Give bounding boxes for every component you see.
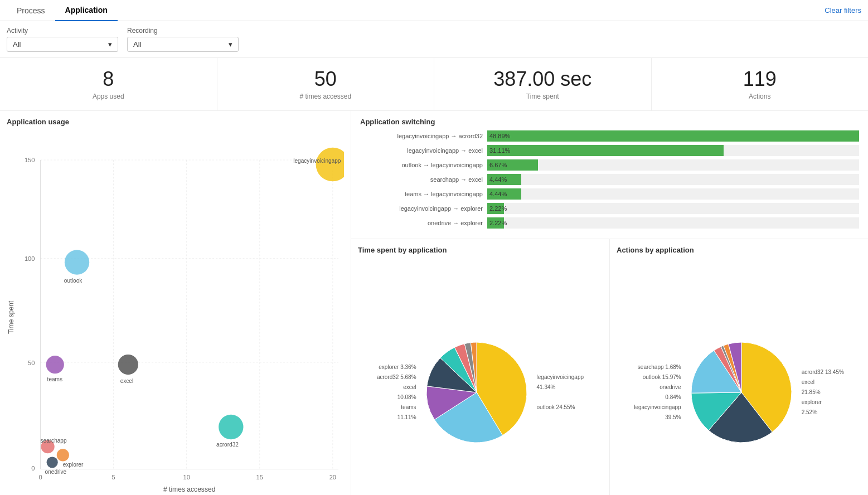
tsp-label-1: explorer 3.36% — [377, 362, 416, 372]
stat-card: 8Apps used — [0, 58, 217, 110]
bar-fill: 2.22% — [487, 217, 504, 229]
bar-fill: 2.22% — [487, 203, 504, 214]
ap-label-3: onedrive — [634, 382, 681, 392]
svg-text:5: 5 — [111, 473, 115, 480]
recording-select[interactable]: All ▾ — [127, 37, 239, 52]
stat-value: 50 — [314, 68, 337, 90]
stats-row: 8Apps used50# times accessed387.00 secTi… — [0, 58, 868, 111]
time-spent-title: Time spent by application — [358, 246, 603, 254]
stat-label: Actions — [749, 93, 770, 100]
bar-track: 48.89% — [487, 130, 859, 142]
svg-text:outlook: outlook — [64, 277, 83, 283]
svg-text:# times accessed: # times accessed — [163, 486, 215, 493]
bar-row: legacyinvoicingapp → excel 31.11% — [360, 145, 859, 156]
bar-value: 48.89% — [489, 133, 510, 139]
activity-select[interactable]: All ▾ — [7, 37, 118, 52]
bar-track: 4.44% — [487, 188, 859, 200]
ap-label-r1: acrord32 13.45% — [802, 367, 844, 377]
activity-filter-group: Activity All ▾ — [7, 27, 118, 52]
svg-text:legacyinvoicingapp: legacyinvoicingapp — [293, 158, 341, 164]
stat-card: 387.00 secTime spent — [434, 58, 651, 110]
bar-row: legacyinvoicingapp → explorer 2.22% — [360, 203, 859, 214]
time-spent-pie-svg — [421, 337, 532, 448]
bar-value: 31.11% — [489, 147, 510, 154]
recording-filter-group: Recording All ▾ — [127, 27, 239, 52]
bar-track: 6.67% — [487, 159, 859, 171]
ap-label-2: outlook 15.97% — [634, 372, 681, 382]
ap-label-1: searchapp 1.68% — [634, 362, 681, 372]
bubble-legacyinvoicingapp[interactable] — [316, 147, 344, 181]
tsp-label-3: excel — [377, 382, 416, 392]
tsp-label-4: 10.08% — [377, 392, 416, 402]
bar-track: 31.11% — [487, 145, 859, 156]
bar-row: onedrive → explorer 2.22% — [360, 217, 859, 229]
stat-card: 119Actions — [651, 58, 869, 110]
ap-label-5: legacyinvoicingapp — [634, 402, 681, 412]
svg-text:teams: teams — [47, 376, 62, 382]
chevron-down-icon: ▾ — [108, 40, 112, 48]
tab-application[interactable]: Application — [55, 0, 118, 21]
stat-label: Apps used — [93, 93, 124, 100]
stat-card: 50# times accessed — [217, 58, 434, 110]
actions-pie-svg — [686, 337, 797, 448]
bar-fill: 48.89% — [487, 130, 859, 142]
recording-value: All — [133, 40, 141, 48]
bar-fill: 31.11% — [487, 145, 724, 156]
bubble-outlook[interactable] — [65, 250, 89, 274]
time-spent-section: Time spent by application explorer 3.36%… — [351, 239, 610, 495]
right-panel: Application switching legacyinvoicingapp… — [351, 111, 868, 495]
tab-process[interactable]: Process — [7, 1, 55, 21]
bar-label: legacyinvoicingapp → explorer — [360, 205, 483, 212]
bar-label: legacyinvoicingapp → acrord32 — [360, 133, 483, 139]
switching-section: Application switching legacyinvoicingapp… — [351, 111, 868, 239]
tsp-label-5: teams — [377, 402, 416, 412]
svg-text:explorer: explorer — [63, 461, 84, 467]
left-panel: Application usage 150 100 50 0 — [0, 111, 351, 495]
bar-row: searchapp → excel 4.44% — [360, 174, 859, 185]
bubble-acrord32[interactable] — [219, 414, 243, 439]
bar-value: 4.44% — [489, 176, 507, 183]
svg-text:50: 50 — [28, 360, 35, 366]
svg-text:15: 15 — [256, 473, 263, 480]
bottom-panels: Time spent by application explorer 3.36%… — [351, 239, 868, 495]
filters-row: Activity All ▾ Recording All ▾ — [0, 21, 868, 58]
tsp-label-r2: 41.34% — [537, 382, 584, 392]
bar-fill: 4.44% — [487, 174, 521, 185]
svg-text:150: 150 — [25, 157, 35, 163]
bubble-teams[interactable] — [46, 355, 64, 373]
ap-label-r3: 21.85% — [802, 387, 844, 397]
bar-row: outlook → legacyinvoicingapp 6.67% — [360, 159, 859, 171]
svg-text:100: 100 — [25, 255, 35, 262]
clear-filters-button[interactable]: Clear filters — [825, 6, 861, 14]
svg-text:0: 0 — [38, 473, 42, 480]
svg-text:Time spent: Time spent — [7, 300, 15, 334]
bar-label: outlook → legacyinvoicingapp — [360, 162, 483, 168]
bar-label: teams → legacyinvoicingapp — [360, 191, 483, 197]
bubble-onedrive[interactable] — [47, 457, 58, 468]
bar-track: 2.22% — [487, 217, 859, 229]
bar-row: teams → legacyinvoicingapp 4.44% — [360, 188, 859, 200]
bubble-excel[interactable] — [118, 354, 138, 374]
chevron-down-icon-2: ▾ — [229, 40, 232, 48]
svg-text:0: 0 — [31, 464, 35, 471]
scatter-chart: 150 100 50 0 0 5 10 15 20 # times access… — [7, 130, 344, 495]
tsp-label-r1: legacyinvoicingapp — [537, 372, 584, 382]
svg-text:10: 10 — [183, 473, 190, 480]
bubble-explorer[interactable] — [57, 449, 69, 461]
stat-value: 8 — [103, 68, 114, 90]
bar-label: searchapp → excel — [360, 176, 483, 183]
svg-text:20: 20 — [329, 473, 336, 480]
actions-section: Actions by application searchapp 1.68% o… — [610, 239, 868, 495]
switching-title: Application switching — [360, 118, 859, 126]
bar-value: 2.22% — [489, 205, 507, 212]
bar-value: 6.67% — [489, 162, 507, 168]
ap-label-r2: excel — [802, 377, 844, 387]
tsp-label-2: acrord32 5.68% — [377, 372, 416, 382]
svg-text:acrord32: acrord32 — [216, 441, 239, 448]
recording-label: Recording — [127, 27, 239, 35]
bar-value: 4.44% — [489, 191, 507, 197]
tsp-label-6: 11.11% — [377, 412, 416, 423]
ap-label-6: 39.5% — [634, 412, 681, 423]
bar-value: 2.22% — [489, 220, 507, 226]
svg-text:searchapp: searchapp — [41, 438, 67, 444]
